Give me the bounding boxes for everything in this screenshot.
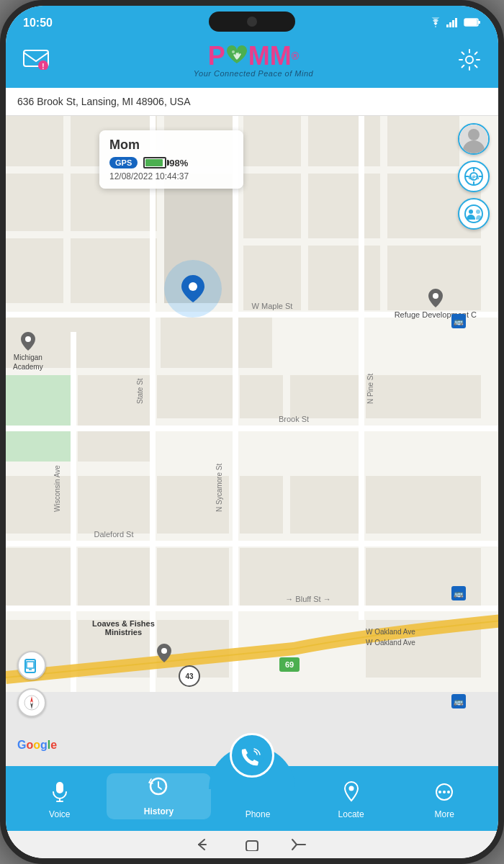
battery-percent: 98% (169, 158, 188, 168)
map-controls: GPS (458, 123, 490, 230)
app-header: ! P MM ® Your Connected Peac (6, 37, 498, 88)
compass-button[interactable] (17, 688, 46, 717)
home-indicator[interactable] (243, 838, 261, 851)
svg-point-103 (348, 786, 354, 791)
svg-rect-17 (308, 116, 380, 166)
home-bar (6, 831, 498, 858)
svg-rect-46 (78, 548, 150, 606)
svg-rect-28 (308, 246, 380, 310)
home-indicators (197, 838, 307, 851)
svg-text:!: ! (42, 63, 44, 70)
svg-point-90 (25, 336, 31, 342)
back-indicator (197, 838, 215, 851)
svg-rect-58 (6, 541, 498, 546)
my-location-button[interactable] (17, 651, 46, 680)
svg-text:W Oakland Ave: W Oakland Ave (366, 639, 415, 647)
history-label: History (144, 806, 174, 816)
map-svg: W Maple St Brook St Daleford St → Bluff … (6, 116, 498, 766)
loaves-fishes-label: Loaves & FishesMinistries (92, 619, 155, 636)
svg-line-108 (199, 840, 204, 845)
svg-rect-22 (71, 238, 157, 303)
svg-line-112 (292, 840, 297, 845)
logo-mm: MM (248, 43, 292, 69)
logo-heart (225, 44, 248, 69)
svg-text:Daleford St: Daleford St (94, 530, 133, 539)
loaves-fishes-pin (157, 644, 171, 665)
svg-rect-36 (240, 375, 283, 418)
svg-rect-64 (233, 116, 238, 692)
svg-rect-60 (6, 606, 498, 611)
svg-text:W Maple St: W Maple St (252, 302, 293, 310)
bottom-nav: Voice History Phone (6, 766, 498, 831)
location-pin[interactable] (164, 260, 222, 318)
michigan-label: MichiganAcademy (13, 332, 43, 372)
svg-point-88 (476, 210, 480, 214)
svg-rect-2 (452, 20, 454, 27)
logo-p: P (208, 43, 225, 69)
svg-point-10 (232, 50, 235, 53)
map-container[interactable]: W Maple St Brook St Daleford St → Bluff … (6, 116, 498, 766)
settings-button[interactable] (455, 45, 484, 76)
gps-badge: GPS (109, 157, 138, 168)
camera (247, 17, 257, 27)
address-bar: 636 Brook St, Lansing, MI 48906, USA (6, 88, 498, 116)
svg-rect-42 (240, 476, 283, 534)
svg-rect-62 (150, 116, 156, 692)
svg-rect-16 (243, 116, 301, 166)
status-icons (429, 17, 481, 30)
svg-text:N Sycamore St: N Sycamore St (215, 464, 223, 512)
nav-voice[interactable]: Voice (13, 780, 107, 819)
svg-rect-44 (366, 476, 481, 534)
signal-icon (446, 17, 459, 30)
svg-point-87 (469, 210, 473, 214)
phone-center-button[interactable] (230, 733, 274, 778)
svg-marker-93 (30, 696, 33, 703)
wifi-icon (429, 17, 442, 30)
gps-control[interactable]: GPS (458, 161, 490, 192)
svg-rect-38 (366, 375, 481, 418)
svg-rect-19 (6, 174, 63, 231)
pin-circle (164, 260, 222, 318)
mail-button[interactable]: ! (20, 47, 52, 75)
svg-rect-32 (236, 318, 272, 368)
svg-point-89 (433, 293, 438, 299)
nav-phone-spacer: Phone (211, 792, 305, 819)
svg-rect-68 (71, 332, 76, 692)
svg-text:Brook St: Brook St (279, 415, 309, 423)
svg-text:43: 43 (185, 672, 194, 680)
more-icon (434, 782, 454, 806)
nav-more[interactable]: More (397, 782, 491, 819)
battery-indicator: 98% (143, 157, 188, 168)
svg-line-113 (292, 845, 297, 850)
svg-rect-1 (449, 22, 451, 27)
svg-rect-0 (446, 24, 449, 27)
svg-rect-96 (27, 662, 34, 668)
svg-text:GPS: GPS (469, 175, 480, 180)
svg-point-91 (161, 648, 167, 654)
svg-text:W Oakland Ave: W Oakland Ave (366, 628, 415, 636)
battery-icon (143, 157, 166, 168)
svg-line-109 (199, 845, 204, 850)
svg-rect-47 (157, 548, 229, 606)
svg-rect-45 (6, 548, 71, 606)
nav-history[interactable]: History (107, 773, 212, 819)
address-text: 636 Brook St, Lansing, MI 48906, USA (17, 96, 190, 107)
nav-locate[interactable]: Locate (305, 780, 398, 819)
logo-reg: ® (292, 51, 299, 61)
svg-rect-5 (465, 19, 477, 25)
locate-label: Locate (338, 809, 364, 819)
svg-rect-25 (308, 174, 380, 238)
svg-point-76 (189, 282, 197, 291)
recents-indicator[interactable] (289, 838, 307, 851)
battery-status-icon (464, 17, 481, 30)
svg-text:N Pine St: N Pine St (366, 374, 374, 404)
person-thumbnail[interactable] (458, 123, 490, 155)
location-status: GPS 98% (109, 157, 233, 168)
svg-text:State St: State St (136, 378, 144, 404)
svg-point-78 (468, 129, 480, 140)
people-control[interactable] (458, 198, 490, 230)
more-label: More (435, 809, 454, 819)
svg-marker-94 (30, 703, 33, 709)
location-datetime: 12/08/2022 10:44:37 (109, 171, 233, 181)
svg-text:→ Bluff St →: → Bluff St → (285, 595, 330, 603)
